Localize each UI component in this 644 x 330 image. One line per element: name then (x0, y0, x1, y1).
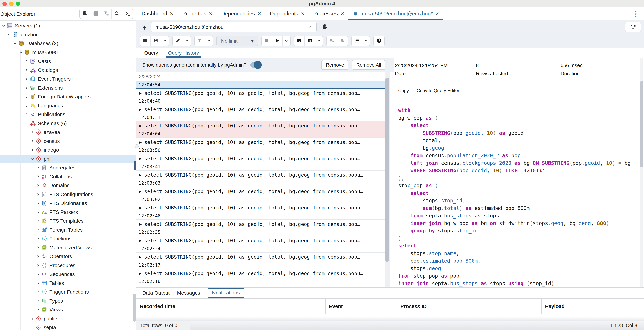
terminal-button[interactable] (122, 9, 133, 18)
history-item-time[interactable]: 12:04:31 (136, 114, 385, 121)
history-item-time[interactable]: 12:04:04 (136, 130, 385, 138)
close-tab-icon[interactable]: × (301, 11, 304, 17)
history-item-query[interactable]: ▶select SUBSTRING(pop.geoid, 10) as geoi… (136, 121, 385, 130)
tree-item-views[interactable]: Views (0, 305, 136, 314)
grid-button[interactable] (90, 9, 101, 18)
macros-button[interactable]: 123 (352, 36, 362, 46)
history-item-query[interactable]: ▶select SUBSTRING(pop.geoid, 10) as geoi… (136, 154, 385, 163)
history-item-query[interactable]: ▶select SUBSTRING(pop.geoid, 10) as geoi… (136, 89, 385, 97)
filter-menu-button[interactable] (205, 36, 213, 46)
edit-menu-button[interactable] (183, 36, 191, 46)
tree-item-functions[interactable]: Functions (0, 234, 136, 243)
chevron-right-icon[interactable] (30, 148, 35, 152)
chevron-down-icon[interactable] (1, 24, 6, 28)
history-item-time[interactable]: 12:04:54 (136, 81, 385, 89)
copy-to-query-editor-button[interactable]: Copy to Query Editor (413, 86, 463, 95)
history-item-time[interactable]: 12:02:35 (136, 228, 385, 236)
history-item-query[interactable]: ▶select SUBSTRING(pop.geoid, 10) as geoi… (136, 138, 385, 147)
remove-button[interactable]: Remove (321, 60, 348, 70)
chevron-right-icon[interactable] (36, 219, 41, 223)
filter-button[interactable] (195, 36, 205, 46)
tree-item-fts-templates[interactable]: FTS Templates (0, 217, 136, 225)
column-recorded-time[interactable]: Recorded time (136, 299, 326, 314)
history-scrollbar-thumb[interactable] (386, 78, 389, 262)
chevron-right-icon[interactable] (36, 237, 41, 241)
column-process-id[interactable]: Process ID (397, 299, 542, 314)
chevron-right-icon[interactable] (24, 104, 29, 108)
tree-item-materialized-views[interactable]: Materialized Views (0, 243, 136, 252)
chevron-right-icon[interactable] (36, 201, 41, 205)
main-tab-musa-5090-emzhou-emzhou-[interactable]: musa-5090/emzhou@emzhou*× (348, 7, 444, 20)
close-window-icon[interactable] (2, 1, 7, 6)
history-item-query[interactable]: ▶select SUBSTRING(pop.geoid, 10) as geoi… (136, 203, 385, 212)
close-tab-icon[interactable]: × (258, 11, 261, 17)
history-item-query[interactable]: ▶select SUBSTRING(pop.geoid, 10) as geoi… (136, 219, 385, 228)
stop-button[interactable] (262, 36, 272, 46)
tree-item-collations[interactable]: ABCollations (0, 172, 136, 181)
explain-analyze-button[interactable] (305, 36, 315, 46)
chevron-right-icon[interactable] (36, 290, 41, 294)
chevron-right-icon[interactable] (36, 183, 41, 187)
chevron-right-icon[interactable] (30, 139, 35, 143)
history-item-time[interactable]: 12:02:24 (136, 245, 385, 252)
history-item-time[interactable]: 12:02:17 (136, 261, 385, 269)
main-tab-dashboard[interactable]: Dashboard× (137, 7, 178, 20)
minimize-window-icon[interactable] (9, 1, 14, 6)
history-item-time[interactable]: 12:02:16 (136, 278, 385, 285)
chevron-right-icon[interactable] (30, 326, 35, 330)
maximize-window-icon[interactable] (16, 1, 20, 6)
database-play-button[interactable] (80, 9, 90, 18)
history-item-query[interactable]: ▶select SUBSTRING(pop.geoid, 10) as geoi… (136, 187, 385, 196)
commit-button[interactable] (327, 36, 337, 46)
chevron-right-icon[interactable] (36, 254, 41, 259)
history-item-query[interactable]: ▶select SUBSTRING(pop.geoid, 10) as geoi… (136, 269, 385, 278)
tree-item-casts[interactable]: Casts (0, 57, 136, 66)
refresh-layout-button[interactable] (625, 22, 641, 32)
tree-item-aggregates[interactable]: Aggregates (0, 163, 136, 172)
tree-item-domains[interactable]: Domains (0, 181, 136, 190)
tree-item-databases-2-[interactable]: Databases (2) (0, 39, 136, 48)
search-button[interactable] (112, 9, 122, 18)
rollback-button[interactable] (337, 36, 348, 46)
main-tab-processes[interactable]: Processes× (309, 7, 348, 20)
chevron-down-icon[interactable] (18, 50, 23, 54)
history-item-time[interactable]: 12:03:03 (136, 179, 385, 187)
explain-button[interactable]: E (294, 36, 305, 46)
chevron-right-icon[interactable] (24, 95, 29, 99)
chevron-right-icon[interactable] (30, 130, 35, 134)
history-item-query[interactable]: ▶select SUBSTRING(pop.geoid, 10) as geoi… (136, 252, 385, 261)
tab-messages[interactable]: Messages (177, 290, 200, 296)
open-file-button[interactable] (140, 36, 151, 46)
tree-item-musa-5090[interactable]: musa-5090 (0, 48, 136, 57)
tree-item-trigger-functions[interactable]: Trigger Functions (0, 288, 136, 297)
tree-item-event-triggers[interactable]: Event Triggers (0, 75, 136, 84)
main-tab-dependencies[interactable]: Dependencies× (217, 7, 266, 20)
tree-item-indego[interactable]: indego (0, 146, 136, 155)
tree-item-public[interactable]: public (0, 314, 136, 323)
tab-notifications[interactable]: Notifications (208, 288, 244, 298)
chevron-down-icon[interactable] (12, 41, 18, 45)
main-tab-properties[interactable]: Properties× (178, 7, 217, 20)
history-item-time[interactable]: 12:03:02 (136, 196, 385, 203)
tree-item-languages[interactable]: Languages (0, 101, 136, 110)
row-limit-select[interactable]: No limit▾ (216, 36, 258, 46)
connection-select[interactable]: musa-5090/emzhou@emzhou (151, 22, 316, 32)
chevron-right-icon[interactable] (36, 299, 41, 303)
chevron-right-icon[interactable] (36, 308, 41, 312)
close-tab-icon[interactable]: × (209, 11, 212, 17)
history-item-query[interactable]: ▶select SUBSTRING(pop.geoid, 10) as geoi… (136, 170, 385, 179)
detail-scrollbar[interactable] (640, 58, 643, 294)
history-scrollbar[interactable] (385, 72, 390, 295)
chevron-right-icon[interactable] (36, 272, 41, 276)
execute-menu-button[interactable] (283, 36, 290, 46)
tree-item-types[interactable]: Types (0, 297, 136, 306)
history-item-time[interactable]: 12:03:41 (136, 163, 385, 170)
history-item-time[interactable]: 12:03:50 (136, 147, 385, 154)
macros-menu-button[interactable] (362, 36, 370, 46)
tree-item-azavea[interactable]: azavea (0, 128, 136, 137)
tree-scrollbar[interactable] (133, 294, 136, 322)
explain-menu-button[interactable] (315, 36, 323, 46)
chevron-right-icon[interactable] (36, 210, 41, 214)
chevron-right-icon[interactable] (24, 112, 29, 117)
chevron-right-icon[interactable] (36, 246, 41, 250)
